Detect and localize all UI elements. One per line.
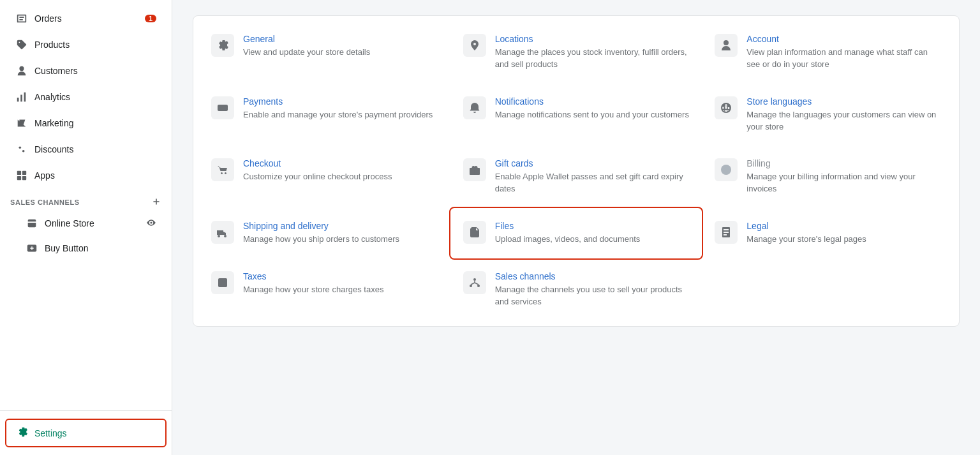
settings-card-payments[interactable]: Payments Enable and manage your store's … xyxy=(198,84,450,146)
store-languages-desc: Manage the languages your customers can … xyxy=(746,109,941,133)
taxes-icon-wrap xyxy=(211,271,234,294)
settings-card-legal[interactable]: Legal Manage your store's legal pages xyxy=(702,208,954,258)
sales-channels-desc: Manage the channels you use to sell your… xyxy=(495,284,690,308)
store-languages-content: Store languages Manage the languages you… xyxy=(746,96,941,133)
sidebar-item-products[interactable]: Products xyxy=(5,32,167,57)
svg-point-12 xyxy=(218,235,220,237)
discounts-icon xyxy=(15,143,28,156)
settings-card-billing[interactable]: Billing Manage your billing information … xyxy=(702,145,954,208)
analytics-label: Analytics xyxy=(34,92,70,102)
store-languages-icon-wrap xyxy=(715,96,738,119)
shipping-icon-wrap xyxy=(211,221,234,244)
notifications-desc: Manage notifications sent to you and you… xyxy=(495,109,689,121)
sidebar-footer: Settings xyxy=(0,410,172,455)
settings-card-store-languages[interactable]: Store languages Manage the languages you… xyxy=(702,84,954,146)
general-desc: View and update your store details xyxy=(243,47,370,59)
gift-cards-desc: Enable Apple Wallet passes and set gift … xyxy=(495,171,690,195)
svg-point-17 xyxy=(477,285,480,287)
checkout-title: Checkout xyxy=(243,158,392,168)
legal-icon-wrap xyxy=(715,221,738,244)
settings-card-general[interactable]: General View and update your store detai… xyxy=(198,21,450,84)
gift-cards-title: Gift cards xyxy=(495,158,690,168)
settings-button[interactable]: Settings xyxy=(5,419,167,447)
sidebar-nav: Orders 1 Products Customers Analytics xyxy=(0,0,172,410)
billing-title: Billing xyxy=(746,158,941,168)
online-store-label: Online Store xyxy=(45,218,94,228)
checkout-desc: Customize your online checkout process xyxy=(243,171,392,183)
legal-desc: Manage your store's legal pages xyxy=(746,234,866,246)
settings-card-notifications[interactable]: Notifications Manage notifications sent … xyxy=(450,84,702,146)
svg-rect-3 xyxy=(22,171,26,175)
store-languages-title: Store languages xyxy=(746,96,941,107)
add-channel-icon[interactable] xyxy=(151,197,161,208)
settings-gear-icon xyxy=(17,426,28,440)
eye-icon[interactable] xyxy=(146,218,156,230)
locations-icon-wrap xyxy=(463,34,486,57)
sidebar-item-discounts[interactable]: Discounts xyxy=(5,137,167,162)
svg-point-16 xyxy=(470,285,472,287)
settings-card-sales-channels[interactable]: Sales channels Manage the channels you u… xyxy=(450,258,702,321)
settings-card-locations[interactable]: Locations Manage the places you stock in… xyxy=(450,21,702,84)
sidebar-item-apps[interactable]: Apps xyxy=(5,163,167,188)
sidebar-item-analytics[interactable]: Analytics xyxy=(5,84,167,110)
discounts-label: Discounts xyxy=(34,144,73,154)
settings-grid: General View and update your store detai… xyxy=(193,15,960,327)
settings-card-account[interactable]: Account View plan information and manage… xyxy=(702,21,954,84)
general-content: General View and update your store detai… xyxy=(243,34,370,59)
svg-rect-4 xyxy=(17,176,21,180)
account-icon-wrap xyxy=(715,34,738,57)
billing-icon-wrap xyxy=(715,158,738,181)
settings-card-gift-cards[interactable]: Gift cards Enable Apple Wallet passes an… xyxy=(450,145,702,208)
sidebar: Orders 1 Products Customers Analytics xyxy=(0,0,172,455)
legal-title: Legal xyxy=(746,221,866,231)
settings-label: Settings xyxy=(34,428,67,438)
svg-rect-5 xyxy=(22,176,26,180)
locations-title: Locations xyxy=(495,34,690,44)
products-label: Products xyxy=(34,40,70,50)
billing-desc: Manage your billing information and view… xyxy=(746,171,941,195)
sales-channels-title: Sales channels xyxy=(495,271,690,281)
analytics-icon xyxy=(15,91,28,103)
sidebar-item-online-store[interactable]: Online Store xyxy=(5,211,167,235)
notifications-content: Notifications Manage notifications sent … xyxy=(495,96,689,121)
notifications-title: Notifications xyxy=(495,96,689,107)
products-icon xyxy=(15,38,28,51)
payments-title: Payments xyxy=(243,96,433,107)
billing-content: Billing Manage your billing information … xyxy=(746,158,941,195)
orders-label: Orders xyxy=(34,13,62,24)
settings-card-shipping[interactable]: Shipping and delivery Manage how you shi… xyxy=(198,208,450,258)
gift-cards-content: Gift cards Enable Apple Wallet passes an… xyxy=(495,158,690,195)
shipping-title: Shipping and delivery xyxy=(243,221,399,231)
svg-point-1 xyxy=(22,150,25,153)
svg-point-8 xyxy=(221,172,223,174)
orders-badge: 1 xyxy=(145,15,156,22)
legal-content: Legal Manage your store's legal pages xyxy=(746,221,866,246)
sales-channels-section: SALES CHANNELS xyxy=(0,189,172,211)
files-desc: Upload images, videos, and documents xyxy=(495,234,641,246)
sales-channels-icon-wrap xyxy=(463,271,486,294)
svg-point-0 xyxy=(19,147,22,149)
shipping-content: Shipping and delivery Manage how you shi… xyxy=(243,221,399,246)
customers-icon xyxy=(15,64,28,77)
general-icon-wrap xyxy=(211,34,234,57)
taxes-title: Taxes xyxy=(243,271,383,281)
checkout-content: Checkout Customize your online checkout … xyxy=(243,158,392,183)
customers-label: Customers xyxy=(34,66,78,76)
settings-card-checkout[interactable]: Checkout Customize your online checkout … xyxy=(198,145,450,208)
checkout-icon-wrap xyxy=(211,158,234,181)
sidebar-item-customers[interactable]: Customers xyxy=(5,58,167,84)
sidebar-item-orders[interactable]: Orders 1 xyxy=(5,6,167,31)
sidebar-item-marketing[interactable]: Marketing xyxy=(5,110,167,136)
svg-point-13 xyxy=(224,235,226,237)
marketing-icon xyxy=(15,117,28,130)
payments-content: Payments Enable and manage your store's … xyxy=(243,96,433,121)
sidebar-item-buy-button[interactable]: Buy Button xyxy=(5,236,167,260)
svg-rect-7 xyxy=(218,105,228,111)
buy-button-label: Buy Button xyxy=(45,243,89,253)
settings-card-taxes[interactable]: Taxes Manage how your store charges taxe… xyxy=(198,258,450,321)
settings-card-files[interactable]: Files Upload images, videos, and documen… xyxy=(450,208,702,258)
payments-desc: Enable and manage your store's payment p… xyxy=(243,109,433,121)
taxes-content: Taxes Manage how your store charges taxe… xyxy=(243,271,383,296)
locations-desc: Manage the places you stock inventory, f… xyxy=(495,47,690,71)
gift-cards-icon-wrap xyxy=(463,158,486,181)
